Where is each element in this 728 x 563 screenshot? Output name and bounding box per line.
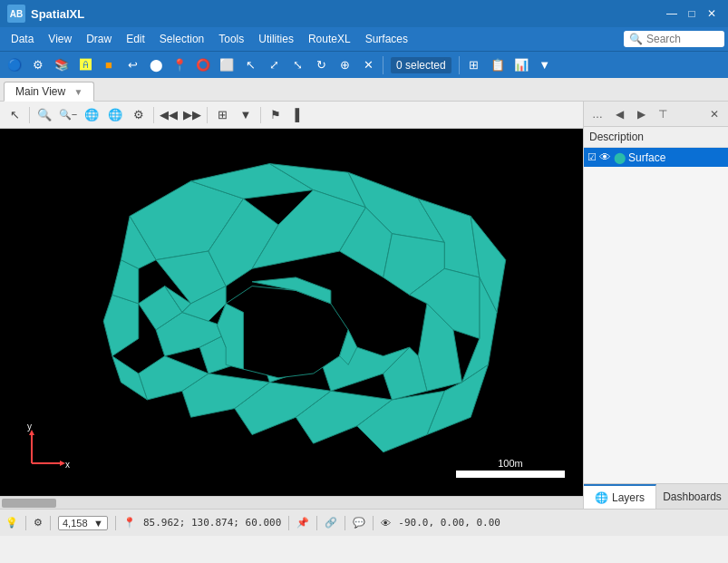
panel-btn-more[interactable]: …	[587, 104, 607, 124]
tb-icon-6[interactable]: ↩	[121, 54, 143, 76]
vt-sep-4	[260, 107, 261, 123]
vt-zoom-in[interactable]: 🔍	[34, 104, 55, 126]
status-div-5	[316, 516, 317, 530]
tb-icon-16[interactable]: ✕	[357, 54, 379, 76]
msg-icon[interactable]: 💬	[353, 517, 365, 529]
vt-globe-1[interactable]: 🌐	[81, 104, 102, 126]
layer-item-surface[interactable]: ☑ 👁 ⬤ Surface	[584, 148, 728, 167]
panel-toolbar: … ◀ ▶ ⊤ ✕	[584, 102, 728, 127]
tb-icon-11[interactable]: ↖	[239, 54, 261, 76]
link-icon[interactable]: 🔗	[325, 517, 337, 529]
status-light-icon: 💡	[5, 517, 18, 529]
vt-grid[interactable]: ⊞	[211, 104, 233, 126]
vt-sep-1	[29, 107, 30, 123]
tab-main-view[interactable]: Main View ▼	[4, 82, 94, 102]
y-axis-label: y	[27, 422, 32, 432]
vt-sep-3	[207, 107, 208, 123]
tb-icon-14[interactable]: ↻	[310, 54, 332, 76]
eye-icon: 👁	[381, 518, 391, 529]
layer-checkbox[interactable]: ☑	[587, 151, 597, 163]
scale-line	[456, 471, 565, 478]
status-div-3	[115, 516, 116, 530]
view-toolbar: ↖ 🔍 🔍− 🌐 🌐 ⚙ ◀◀ ▶▶ ⊞ ▼ ⚑ ▌	[0, 102, 583, 129]
surface-svg	[0, 129, 583, 496]
tab-close-icon[interactable]: ▼	[73, 87, 83, 97]
scale-label: 100m	[498, 458, 523, 469]
canvas[interactable]: 100m y x	[0, 129, 583, 496]
tb-icon-12[interactable]: ⤢	[263, 54, 285, 76]
panel-tab-layers[interactable]: 🌐 Layers	[584, 484, 656, 509]
axis-svg: y x	[18, 422, 73, 477]
minimize-button[interactable]: —	[663, 5, 681, 23]
toolbar: 🔵 ⚙ 📚 🅰 ■ ↩ ⬤ 📍 ⭕ ⬜ ↖ ⤢ ⤡ ↻ ⊕ ✕ 0 select…	[0, 51, 728, 78]
vt-bookmark[interactable]: ⚑	[265, 104, 286, 126]
layers-tab-label: Layers	[612, 491, 645, 504]
tb-icon-9[interactable]: ⭕	[192, 54, 214, 76]
menu-draw[interactable]: Draw	[79, 31, 119, 47]
vt-panel[interactable]: ▌	[288, 104, 310, 126]
layer-visible-icon: 👁	[599, 150, 611, 164]
tb-icon-5[interactable]: ■	[98, 54, 120, 76]
panel-btn-close[interactable]: ✕	[704, 104, 724, 124]
search-area[interactable]: 🔍	[624, 31, 724, 47]
vt-prev[interactable]: ◀◀	[158, 104, 180, 126]
status-div-7	[373, 516, 374, 530]
pin-icon[interactable]: 📌	[296, 517, 309, 529]
tb-icon-10[interactable]: ⬜	[216, 54, 238, 76]
tb-icon-3[interactable]: 📚	[51, 54, 73, 76]
scroll-thumb[interactable]	[2, 499, 56, 508]
tb-icon-1[interactable]: 🔵	[4, 54, 25, 76]
panel-btn-back[interactable]: ◀	[609, 104, 629, 124]
x-axis-label: x	[65, 460, 70, 470]
dashboards-tab-label: Dashboards	[663, 490, 722, 503]
tb-icon-2[interactable]: ⚙	[27, 54, 49, 76]
hscrollbar[interactable]	[0, 496, 583, 509]
zoom-combo[interactable]: 4,158 ▼	[58, 516, 108, 530]
vt-layer-drop[interactable]: ▼	[235, 104, 257, 126]
menu-surfaces[interactable]: Surfaces	[358, 31, 415, 47]
vt-cursor[interactable]: ↖	[4, 104, 25, 126]
toolbar-separator-2	[459, 56, 460, 74]
search-icon: 🔍	[629, 33, 643, 45]
app-title: SpatialXL	[31, 7, 84, 21]
panel-header: Description	[584, 127, 728, 148]
panel-btn-pin[interactable]: ⊤	[653, 104, 673, 124]
close-button[interactable]: ✕	[703, 5, 721, 23]
tb-icon-15[interactable]: ⊕	[334, 54, 355, 76]
tb-icon-7[interactable]: ⬤	[145, 54, 167, 76]
vt-zoom-out[interactable]: 🔍−	[57, 104, 79, 126]
vt-sep-2	[153, 107, 154, 123]
panel-description-label: Description	[589, 131, 644, 143]
menu-utilities[interactable]: Utilities	[251, 31, 301, 47]
svg-marker-14	[103, 295, 139, 356]
coordinates-display: 85.962; 130.874; 60.000	[143, 517, 281, 529]
menu-routexl[interactable]: RouteXL	[301, 31, 358, 47]
panel-btn-forward[interactable]: ▶	[631, 104, 651, 124]
zoom-dropdown-arrow: ▼	[93, 518, 103, 529]
tb-icon-4[interactable]: 🅰	[74, 54, 96, 76]
coord-icon: 📍	[123, 517, 136, 529]
menu-data[interactable]: Data	[4, 31, 41, 47]
tb-export-3[interactable]: 📊	[510, 54, 532, 76]
maximize-button[interactable]: □	[683, 5, 701, 23]
main-content: ↖ 🔍 🔍− 🌐 🌐 ⚙ ◀◀ ▶▶ ⊞ ▼ ⚑ ▌	[0, 102, 728, 509]
vt-settings[interactable]: ⚙	[128, 104, 150, 126]
menu-selection[interactable]: Selection	[152, 31, 211, 47]
tb-export-2[interactable]: 📋	[487, 54, 509, 76]
scale-bar: 100m	[456, 458, 565, 478]
vt-globe-2[interactable]: 🌐	[104, 104, 126, 126]
panel-tab-dashboards[interactable]: Dashboards	[656, 484, 728, 509]
vt-next[interactable]: ▶▶	[181, 104, 203, 126]
menu-edit[interactable]: Edit	[119, 31, 152, 47]
view-area: ↖ 🔍 🔍− 🌐 🌐 ⚙ ◀◀ ▶▶ ⊞ ▼ ⚑ ▌	[0, 102, 583, 509]
tb-more[interactable]: ▼	[534, 54, 556, 76]
menu-tools[interactable]: Tools	[211, 31, 251, 47]
search-input[interactable]	[646, 33, 719, 45]
tb-icon-8[interactable]: 📍	[169, 54, 190, 76]
menu-view[interactable]: View	[41, 31, 79, 47]
selected-count: 0 selected	[391, 57, 451, 73]
titlebar: AB SpatialXL — □ ✕	[0, 0, 728, 27]
tb-icon-13[interactable]: ⤡	[286, 54, 308, 76]
right-panel: … ◀ ▶ ⊤ ✕ Description ☑ 👁 ⬤ Surface 🌐 La…	[583, 102, 728, 509]
tb-export-1[interactable]: ⊞	[463, 54, 485, 76]
